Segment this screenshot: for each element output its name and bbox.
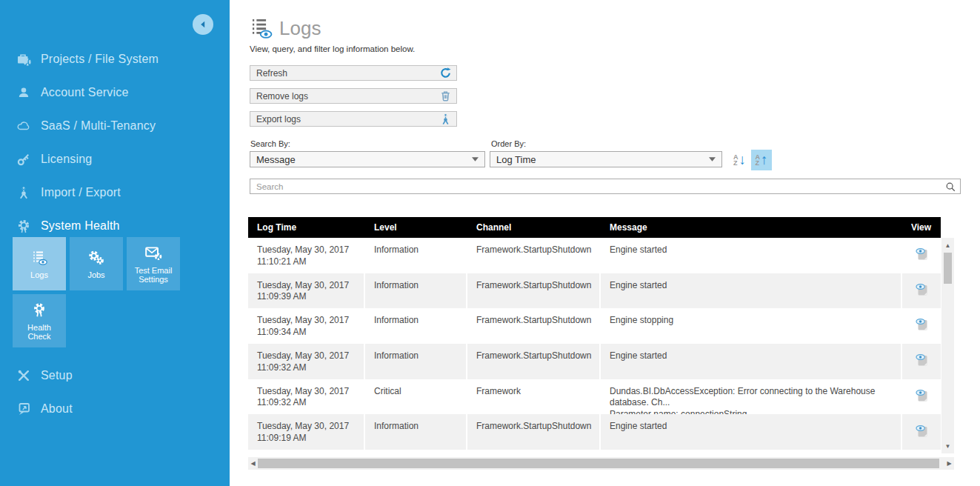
scroll-right-icon[interactable]: ▶ — [944, 457, 954, 470]
tile-logs[interactable]: Logs — [13, 237, 66, 290]
sidebar-item-projects-file-system[interactable]: Projects / File System — [15, 42, 222, 76]
search-icon — [945, 182, 956, 192]
column-header-channel: Channel — [467, 217, 601, 238]
horizontal-scrollbar[interactable]: ◀ ▶ — [248, 457, 954, 470]
sort-ascending-button[interactable]: AZ↑ — [751, 150, 772, 170]
sidebar-item-label: Licensing — [41, 153, 92, 166]
cell-level: Information — [365, 238, 467, 273]
view-log-button[interactable] — [913, 424, 930, 440]
view-log-button[interactable] — [913, 318, 930, 334]
view-log-button[interactable] — [913, 283, 930, 299]
tile-label: Logs — [28, 270, 50, 279]
table-row: Tuesday, May 30, 201711:10:21 AMInformat… — [248, 238, 941, 273]
export-logs-button[interactable]: Export logs — [250, 111, 457, 127]
order-by-value: Log Time — [496, 154, 536, 165]
column-header-log-time: Log Time — [248, 217, 365, 238]
view-icon — [914, 316, 930, 336]
cell-log-time: Tuesday, May 30, 201711:09:19 AM — [248, 414, 365, 450]
cell-view — [902, 273, 941, 309]
view-icon — [914, 352, 930, 371]
scroll-up-icon[interactable]: ▲ — [941, 240, 954, 250]
tile-jobs[interactable]: Jobs — [70, 237, 123, 290]
cell-channel: Framework.StartupShutdown — [467, 414, 601, 450]
system-health-tiles: LogsJobsTest Email SettingsHealth Check — [13, 237, 190, 351]
cell-view — [902, 238, 941, 273]
health-check-icon — [30, 301, 48, 320]
tile-health-check[interactable]: Health Check — [13, 294, 66, 347]
cell-view — [902, 379, 941, 415]
logs-icon — [248, 16, 273, 40]
vertical-scrollbar[interactable]: ▲ ▼ — [941, 238, 954, 453]
cell-log-time: Tuesday, May 30, 201711:09:32 AM — [248, 344, 365, 379]
cell-channel: Framework.StartupShutdown — [467, 308, 601, 344]
column-header-view: View — [902, 217, 941, 238]
sidebar-nav: Projects / File SystemAccount ServiceSaa… — [15, 42, 222, 242]
page-header: Logs — [248, 16, 321, 40]
table-row: Tuesday, May 30, 201711:09:32 AMInformat… — [248, 344, 941, 379]
cell-message: Engine started — [601, 273, 902, 309]
refresh-button[interactable]: Refresh — [250, 65, 457, 81]
table-row: Tuesday, May 30, 201711:09:19 AMInformat… — [248, 414, 941, 450]
chevron-down-icon — [709, 157, 716, 162]
sidebar-item-label: Import / Export — [41, 186, 121, 199]
scroll-left-icon[interactable]: ◀ — [248, 457, 258, 470]
sort-asc-icon: AZ↑ — [756, 150, 768, 170]
scroll-down-icon[interactable]: ▼ — [941, 441, 954, 451]
action-label: Refresh — [256, 68, 287, 79]
tile-label: Test Email Settings — [127, 266, 180, 284]
sidebar-item-label: SaaS / Multi-Tenancy — [41, 119, 156, 133]
vertical-scrollbar-thumb[interactable] — [944, 253, 952, 284]
action-label: Export logs — [256, 114, 301, 124]
search-box — [250, 179, 961, 194]
view-icon — [914, 246, 930, 265]
trash-icon — [439, 90, 452, 102]
sidebar-item-import-export[interactable]: Import / Export — [15, 176, 222, 209]
remove-logs-button[interactable]: Remove logs — [250, 88, 457, 104]
view-log-button[interactable] — [913, 389, 930, 405]
sidebar-item-saas-multi-tenancy[interactable]: SaaS / Multi-Tenancy — [15, 109, 222, 142]
horizontal-scrollbar-thumb[interactable] — [258, 459, 939, 468]
about-icon — [15, 401, 33, 417]
sort-descending-button[interactable]: AZ↓ — [730, 150, 750, 170]
cell-channel: Framework — [467, 379, 601, 415]
page-subtitle: View, query, and filter log information … — [250, 44, 415, 53]
view-log-button[interactable] — [913, 247, 930, 264]
sidebar-item-label: About — [41, 402, 73, 416]
saas-icon — [15, 118, 33, 134]
view-log-button[interactable] — [913, 353, 930, 370]
cell-level: Information — [365, 344, 467, 379]
sidebar-collapse-button[interactable] — [193, 14, 213, 35]
view-icon — [914, 282, 930, 301]
search-input[interactable] — [256, 182, 945, 191]
cell-level: Information — [365, 414, 467, 450]
account-icon — [15, 84, 33, 101]
sidebar-item-about[interactable]: About — [15, 392, 222, 425]
refresh-icon — [439, 67, 452, 79]
sidebar-item-licensing[interactable]: Licensing — [15, 142, 222, 176]
tile-label: Jobs — [85, 270, 107, 279]
export-icon — [439, 113, 452, 125]
cell-level: Information — [365, 273, 467, 309]
sidebar-item-account-service[interactable]: Account Service — [15, 76, 222, 109]
column-header-level: Level — [365, 217, 467, 238]
action-buttons: RefreshRemove logsExport logs — [250, 65, 457, 134]
sidebar-item-label: Account Service — [41, 86, 129, 99]
system-health-icon — [15, 218, 33, 234]
cell-level: Information — [365, 308, 467, 344]
cell-log-time: Tuesday, May 30, 201711:09:32 AM — [248, 379, 365, 415]
cell-channel: Framework.StartupShutdown — [467, 238, 601, 273]
test-email-icon — [144, 244, 162, 263]
tile-test-email-settings[interactable]: Test Email Settings — [127, 237, 180, 290]
cell-view — [902, 414, 941, 450]
view-icon — [914, 387, 930, 407]
order-by-dropdown[interactable]: Log Time — [490, 151, 722, 167]
cell-message: Dundas.BI.DbAccessException: Error conne… — [601, 379, 902, 415]
search-by-dropdown[interactable]: Message — [250, 151, 485, 167]
search-by-value: Message — [256, 154, 296, 165]
cell-channel: Framework.StartupShutdown — [467, 344, 601, 379]
cell-view — [902, 344, 941, 379]
sidebar-item-setup[interactable]: Setup — [15, 359, 222, 392]
table-row: Tuesday, May 30, 201711:09:39 AMInformat… — [248, 273, 941, 309]
page-title: Logs — [279, 17, 321, 40]
cell-channel: Framework.StartupShutdown — [467, 273, 601, 309]
